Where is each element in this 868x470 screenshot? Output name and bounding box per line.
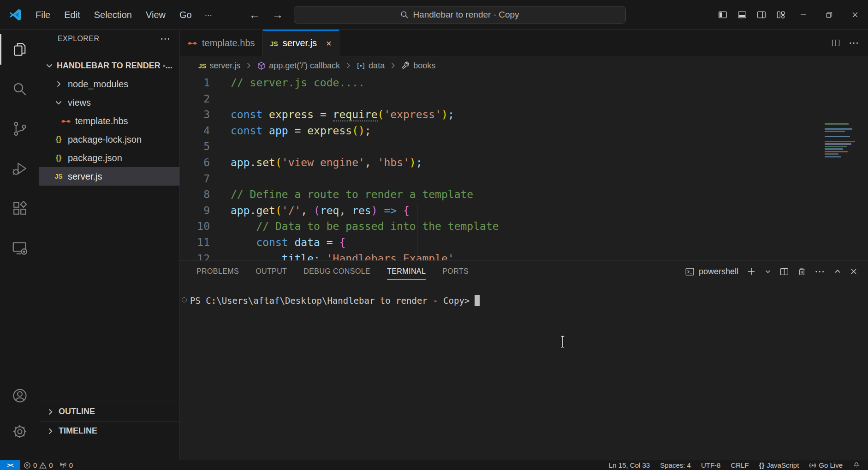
minimize-button[interactable] [791,0,816,30]
toggle-panel-icon[interactable] [732,0,752,30]
chevron-down-icon [53,98,64,107]
close-window-button[interactable] [842,0,868,30]
breadcrumb-server-js[interactable]: JSserver.js [198,61,240,71]
cursor-position[interactable]: Ln 15, Col 33 [606,461,653,469]
language-mode[interactable]: {} JavaScript [756,461,803,469]
panel-more-actions-icon[interactable]: ⋯ [814,265,826,277]
code-line: 1// server.js code.... [180,75,868,91]
breadcrumb-data[interactable]: data [357,61,385,71]
panel-tab-output[interactable]: OUTPUT [256,261,287,282]
menu-view[interactable]: View [139,7,172,23]
accounts-icon[interactable] [0,378,39,414]
timeline-label: TIMELINE [59,426,97,436]
tree-item-package-json[interactable]: {}package.json [39,149,179,167]
code-line: 12 title: 'Handlebars Example' [180,251,868,260]
toggle-secondary-sidebar-icon[interactable] [752,0,771,30]
remote-explorer-icon[interactable] [0,228,39,268]
remote-icon: >< [7,462,13,469]
restore-button[interactable] [816,0,842,30]
tab-label: template.hbs [202,38,255,48]
js-file-icon: JS [270,38,278,48]
problems-status[interactable]: 0 0 [20,460,56,470]
js-file-icon: JS [53,173,64,180]
tree-item-label: node_modules [68,79,128,90]
menu-go[interactable]: Go [172,7,199,23]
file-tree: node_modulesviewstemplate.hbs{}package-l… [39,75,179,186]
notifications-bell-icon[interactable] [850,462,863,469]
menu-selection[interactable]: Selection [87,7,139,23]
tab-label: server.js [283,38,317,48]
source-control-icon[interactable] [0,109,39,149]
terminal-dropdown-icon[interactable] [764,268,772,275]
broadcast-icon [809,462,816,469]
line-number: 1 [180,75,210,91]
line-text [210,171,231,187]
extensions-icon[interactable] [0,188,39,228]
menu-file[interactable]: File [29,7,57,23]
tree-item-node-modules[interactable]: node_modules [39,75,179,93]
explorer-more-actions[interactable]: ⋯ [160,33,171,45]
search-view-icon[interactable] [0,69,39,109]
panel-tab-terminal[interactable]: TERMINAL [387,261,426,282]
breadcrumb-app-get-callback[interactable]: app.get('/') callback [257,61,340,71]
outline-section[interactable]: OUTLINE [39,402,179,421]
code-editor[interactable]: 1// server.js code....23const express = … [180,75,868,260]
new-terminal-icon[interactable] [746,266,756,277]
line-number: 2 [180,91,210,107]
command-center[interactable]: Handlebar to render - Copy [294,6,626,24]
maximize-panel-icon[interactable] [833,267,842,276]
menu-more-icon[interactable]: ⋯ [199,8,218,22]
json-file-icon: {} [53,153,64,163]
line-text: const data = { [210,235,345,251]
terminal-content[interactable]: PS C:\Users\aftaf\Desktop\Handlebar to r… [180,282,868,460]
workspace-root-row[interactable]: HANDLEBAR TO RENDER -... [39,56,179,75]
tree-item-label: server.js [68,171,102,182]
tree-item-template-hbs[interactable]: template.hbs [39,112,179,130]
chevron-down-icon [45,61,54,70]
split-editor-icon[interactable] [831,38,840,48]
back-button[interactable]: ← [249,8,260,21]
command-decoration-icon [182,297,187,302]
close-tab-icon[interactable]: × [326,39,332,48]
editor-more-actions-icon[interactable]: ⋯ [849,37,860,49]
encoding[interactable]: UTF-8 [698,461,724,469]
indentation[interactable]: Spaces: 4 [657,461,694,469]
run-and-debug-icon[interactable] [0,149,39,188]
kill-terminal-icon[interactable] [797,267,807,277]
tree-item-views[interactable]: views [39,93,179,112]
js-icon: JS [198,61,206,71]
close-panel-icon[interactable] [850,267,858,276]
panel-tab-debug-console[interactable]: DEBUG CONSOLE [303,261,370,282]
ports-status[interactable]: 0 [56,460,76,470]
tree-item-label: template.hbs [75,116,128,127]
tab-server-js[interactable]: JSserver.js× [263,30,339,57]
tree-item-server-js[interactable]: JSserver.js [39,167,179,186]
forward-button[interactable]: → [272,8,283,21]
split-terminal-icon[interactable] [779,267,789,277]
breadcrumb-label: server.js [209,61,240,71]
tab-template-hbs[interactable]: template.hbs [180,30,263,56]
settings-gear-icon[interactable] [0,414,39,450]
timeline-section[interactable]: TIMELINE [39,421,179,440]
customize-layout-icon[interactable] [771,0,791,30]
search-icon [400,11,409,19]
tree-item-package-lock-json[interactable]: {}package-lock.json [39,130,179,149]
breadcrumb-books[interactable]: books [401,61,435,71]
line-text: // Data to be passed into the template [210,218,499,235]
panel-tab-problems[interactable]: PROBLEMS [196,261,239,282]
go-live-button[interactable]: Go Live [806,461,846,469]
remote-indicator[interactable]: >< [0,460,20,470]
line-text: // server.js code.... [210,75,365,91]
toggle-sidebar-icon[interactable] [713,0,732,30]
indent-guide [417,203,417,260]
terminal-shell-chip[interactable]: powershell [685,267,738,277]
explorer-icon[interactable] [0,30,39,69]
minimap[interactable] [825,123,862,163]
menu-edit[interactable]: Edit [57,7,87,23]
shell-label: powershell [699,267,738,277]
line-text: // Define a route to render a template [210,187,473,203]
panel-tab-ports[interactable]: PORTS [442,261,469,282]
line-number: 9 [180,203,210,219]
eol-sequence[interactable]: CRLF [727,461,752,469]
breadcrumb-label: data [369,61,385,71]
